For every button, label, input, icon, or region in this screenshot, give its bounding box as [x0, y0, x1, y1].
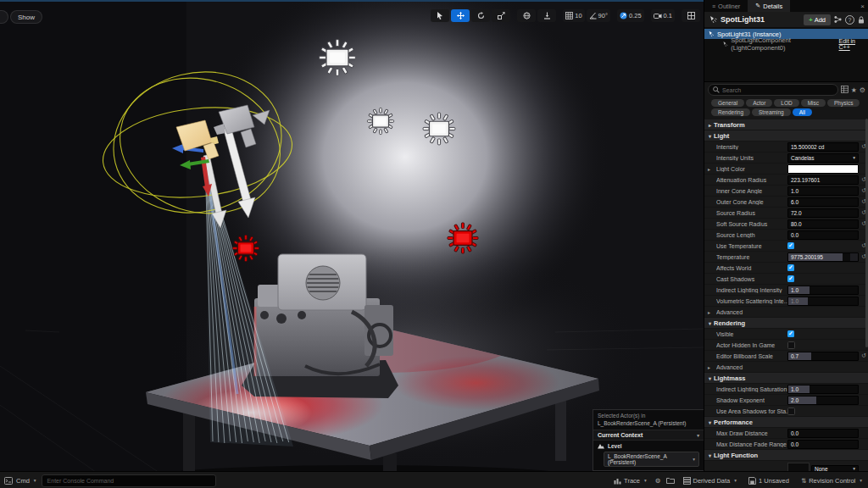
rotate-tool-button[interactable] — [471, 9, 490, 22]
camera-speed-value: 0.1 — [664, 12, 672, 19]
property-label: Temperature — [716, 254, 787, 260]
section-header-lightmass[interactable]: ▾Lightmass — [704, 373, 868, 384]
section-header-transform[interactable]: ▸Transform — [704, 119, 868, 130]
favorites-star-icon[interactable]: ★ — [851, 86, 857, 94]
chevron-right-icon: ▸ — [708, 309, 710, 315]
property-label: Intensity Units — [716, 155, 787, 161]
chevron-down-icon: ▾ — [853, 466, 855, 471]
filter-chip-misc[interactable]: Misc — [801, 99, 826, 107]
value-field[interactable]: 72.0 — [787, 208, 859, 218]
camera-speed-button[interactable]: 0.1 — [651, 9, 675, 22]
value-field[interactable]: 0.0 — [787, 429, 859, 438]
settings-button[interactable]: ⚙ — [653, 477, 664, 485]
chevron-down-icon: ▾ — [709, 133, 711, 139]
rotation-snap-button[interactable]: 90° — [587, 9, 610, 22]
value-field[interactable]: 223.197601 — [787, 175, 859, 185]
property-value: ✓ — [787, 242, 859, 249]
property-row: Actor Hidden In Game — [704, 340, 868, 351]
selected-option: Candelas — [791, 155, 814, 161]
checkbox[interactable]: ✓ — [787, 242, 794, 249]
checkbox[interactable] — [787, 408, 795, 415]
section-header-light[interactable]: ▾Light — [704, 130, 868, 141]
value-field[interactable]: 9775.200195 — [787, 252, 859, 262]
filter-chip-rendering[interactable]: Rendering — [711, 108, 750, 116]
checkbox[interactable]: ✓ — [787, 275, 794, 282]
filter-chip-general[interactable]: General — [711, 99, 744, 107]
output-log-icon[interactable] — [4, 477, 13, 485]
value-text: 1.0 — [791, 188, 798, 194]
value-field[interactable]: 1.0 — [787, 385, 859, 394]
move-tool-button[interactable] — [451, 9, 470, 22]
surface-snap-button[interactable] — [537, 9, 556, 22]
advanced-label[interactable]: Advanced — [716, 309, 787, 315]
value-field[interactable]: 1.0 — [787, 297, 859, 306]
blueprint-node-icon[interactable] — [834, 16, 842, 23]
content-drawer-button[interactable] — [664, 477, 677, 484]
select-tool-button[interactable] — [431, 9, 449, 22]
value-field[interactable]: 15.500002 cd — [787, 142, 859, 152]
lock-icon[interactable] — [858, 16, 865, 24]
reset-to-default-icon[interactable]: ↺ — [859, 352, 868, 359]
property-label: Inner Cone Angle — [716, 188, 787, 194]
property-row: Outer Cone Angle6.0↺ — [704, 197, 868, 208]
help-icon[interactable]: ? — [845, 15, 854, 25]
settings-gear-icon[interactable]: ⚙ — [860, 86, 865, 94]
tree-row-component[interactable]: SpotLightComponent (LightComponent0) Edi… — [704, 39, 868, 49]
revision-icon: ⇅ — [801, 477, 806, 485]
viewport-canvas[interactable] — [0, 0, 704, 471]
filter-chip-physics[interactable]: Physics — [827, 99, 860, 107]
property-row: Affects World✓ — [704, 263, 868, 274]
filter-chip-streaming[interactable]: Streaming — [752, 108, 791, 116]
revision-control-dropdown[interactable]: ⇅ Revision Control ▾ — [795, 477, 868, 485]
edit-in-cpp-link[interactable]: Edit in C++ — [839, 38, 865, 50]
value-field[interactable]: 0.7 — [787, 352, 859, 361]
show-button[interactable]: Show — [10, 10, 42, 24]
maximize-viewport-button[interactable] — [682, 9, 700, 22]
value-text: 0.0 — [791, 232, 798, 238]
scale-snap-button[interactable]: 0.25 — [617, 9, 644, 22]
details-title: SpotLight31 — [721, 15, 800, 24]
add-button[interactable]: + Add — [804, 14, 831, 25]
property-value: 0.0 — [787, 429, 859, 438]
level-select[interactable]: L_BookRenderScene_A (Persistent) ▾ — [604, 452, 699, 467]
filter-chip-all[interactable]: All — [793, 108, 812, 116]
property-value — [787, 408, 859, 415]
value-field[interactable]: 80.0 — [787, 219, 859, 229]
world-local-toggle[interactable] — [517, 9, 536, 22]
tab-details[interactable]: ✎ Details — [748, 0, 790, 12]
tab-outliner[interactable]: ≡ Outliner — [704, 0, 748, 12]
advanced-label[interactable]: Advanced — [716, 364, 787, 370]
grid-snap-button[interactable]: 10 — [563, 9, 584, 22]
section-header-rendering[interactable]: ▾Rendering — [704, 318, 868, 329]
value-field[interactable]: 0.0 — [787, 230, 859, 240]
property-label: Visible — [716, 331, 787, 337]
value-field[interactable]: 1.0 — [787, 286, 859, 295]
checkbox[interactable] — [787, 341, 795, 349]
console-input[interactable]: Enter Console Command — [42, 474, 216, 487]
trace-dropdown[interactable]: Trace ▾ — [608, 477, 653, 485]
viewport[interactable]: Show 10 — [0, 0, 704, 471]
filter-chip-actor[interactable]: Actor — [746, 99, 772, 107]
filter-chip-lod[interactable]: LOD — [774, 99, 798, 107]
checkbox[interactable]: ✓ — [787, 330, 794, 337]
color-swatch[interactable] — [787, 164, 859, 174]
current-context-header[interactable]: Current Context ▾ — [593, 430, 704, 441]
value-field[interactable]: 2.0 — [787, 396, 859, 405]
unsaved-button[interactable]: 1 Unsaved — [743, 477, 795, 485]
property-row: Temperature9775.200195↺ — [704, 252, 868, 263]
spinner[interactable] — [850, 253, 858, 261]
search-input[interactable]: Search — [708, 84, 838, 96]
chevron-right-icon[interactable]: ▸ — [708, 166, 710, 172]
section-header-performance[interactable]: ▾Performance — [704, 417, 868, 428]
section-header-light-function[interactable]: ▾Light Function — [704, 450, 868, 461]
checkbox[interactable]: ✓ — [787, 264, 794, 271]
value-field[interactable]: 1.0 — [787, 186, 859, 196]
derived-data-dropdown[interactable]: Derived Data ▾ — [677, 477, 743, 485]
display-options-icon[interactable] — [841, 86, 849, 95]
cmd-dropdown[interactable]: Cmd ▾ — [13, 472, 40, 488]
close-icon[interactable]: × — [860, 3, 865, 10]
dropdown-select[interactable]: Candelas▾ — [787, 153, 859, 163]
value-field[interactable]: 6.0 — [787, 197, 859, 207]
scale-tool-button[interactable] — [492, 9, 510, 22]
value-field[interactable]: 0.0 — [787, 440, 859, 449]
